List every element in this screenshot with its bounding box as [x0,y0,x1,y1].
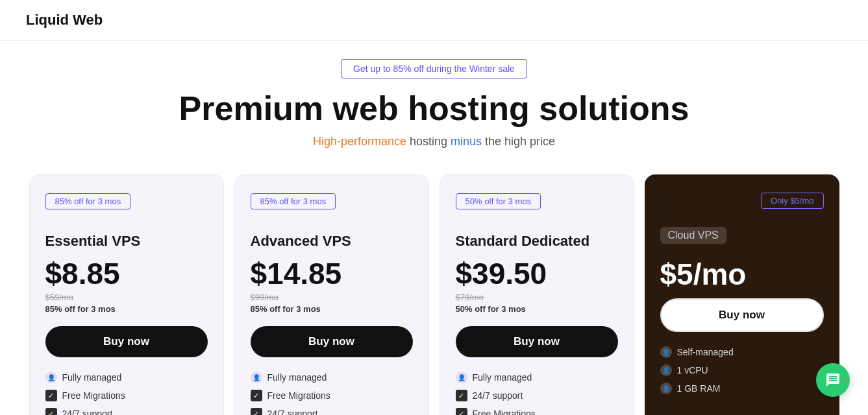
plan-name-advanced: Advanced VPS [251,233,413,250]
price-discount-standard: 50% off for 3 mos [456,304,526,314]
features-essential: 👤 Fully managed ✓ Free Migrations ✓ 24/7… [45,372,208,415]
check-icon: ✓ [251,390,262,401]
feature-text: Fully managed [473,372,532,383]
price-original-advanced: $99/mo [251,292,279,302]
price-cloud: $5/mo [660,259,824,289]
cards-container: 85% off for 3 mos Essential VPS $8.85 $5… [0,161,868,415]
price-original-essential: $59/mo [45,292,73,302]
check-icon: ✓ [45,390,57,401]
price-meta-advanced: $99/mo 85% off for 3 mos [251,291,413,314]
feature-item-dark: 👤 1 vCPU [660,364,824,376]
subtitle-highlight-orange: High-performance [313,135,406,148]
feature-text: Free Migrations [473,409,536,415]
check-icon: ✓ [45,408,57,415]
features-advanced: 👤 Fully managed ✓ Free Migrations ✓ 24/7… [251,372,413,415]
chat-button[interactable] [816,363,850,397]
buy-button-cloud[interactable]: Buy now [660,298,824,332]
subtitle-text-4: the high price [482,135,555,148]
feature-text: 24/7 support [62,409,113,415]
feature-text: 1 vCPU [677,365,708,375]
price-essential: $8.85 [45,259,208,289]
header: Liquid Web [0,0,868,41]
feature-item: ✓ Free Migrations [251,390,413,401]
dark-card-header: Only $5/mo [660,193,824,219]
subtitle-text-2: hosting [406,135,451,148]
check-icon: ✓ [456,390,467,401]
user-icon-dark: 👤 [660,346,672,358]
chat-icon [825,372,841,388]
feature-text: 24/7 support [473,390,523,401]
check-icon: ✓ [251,408,262,415]
feature-text: Free Migrations [267,390,330,401]
check-icon: ✓ [456,408,467,415]
feature-item-dark: 👤 1 GB RAM [660,383,824,394]
feature-text: Fully managed [62,372,122,383]
hero-section: Get up to 85% off during the Winter sale… [0,41,868,161]
plan-name-essential: Essential VPS [45,233,208,250]
feature-text: Self-managed [677,347,734,357]
price-meta-essential: $59/mo 85% off for 3 mos [45,291,208,314]
card-cloud-vps: Only $5/mo Cloud VPS $5/mo Buy now 👤 Sel… [645,174,839,415]
feature-text: 1 GB RAM [677,383,721,394]
feature-item: ✓ Free Migrations [45,390,208,401]
feature-text: Fully managed [267,372,327,383]
user-icon: 👤 [456,372,467,383]
feature-item: 👤 Fully managed [45,372,208,383]
discount-badge-cloud: Only $5/mo [761,193,823,209]
discount-badge-advanced: 85% off for 3 mos [251,193,336,209]
features-standard: 👤 Fully managed ✓ 24/7 support ✓ Free Mi… [456,372,618,415]
buy-button-standard[interactable]: Buy now [456,326,618,357]
price-advanced: $14.85 [251,259,413,289]
buy-button-advanced[interactable]: Buy now [251,326,413,357]
feature-text: 24/7 support [267,409,318,415]
feature-item: ✓ 24/7 support [251,408,413,415]
user-icon: 👤 [45,372,57,383]
feature-item: ✓ 24/7 support [45,408,208,415]
feature-item: ✓ 24/7 support [456,390,618,401]
plan-name-standard: Standard Dedicated [456,233,618,250]
discount-badge-standard: 50% off for 3 mos [456,193,541,209]
price-discount-essential: 85% off for 3 mos [45,304,116,314]
buy-button-essential[interactable]: Buy now [45,326,208,357]
user-icon-dark: 👤 [660,364,672,376]
discount-badge-essential: 85% off for 3 mos [45,193,131,209]
hero-title: Premium web hosting solutions [13,90,855,127]
user-icon-dark: 👤 [660,383,672,394]
user-icon: 👤 [251,372,262,383]
plan-name-cloud: Cloud VPS [660,227,726,244]
price-meta-standard: $79/mo 50% off for 3 mos [456,291,618,314]
card-essential-vps: 85% off for 3 mos Essential VPS $8.85 $5… [29,174,224,415]
features-cloud: 👤 Self-managed 👤 1 vCPU 👤 1 GB RAM [660,346,824,394]
feature-item: ✓ Free Migrations [456,408,618,415]
feature-item-dark: 👤 Self-managed [660,346,824,358]
price-standard: $39.50 [456,259,618,289]
price-discount-advanced: 85% off for 3 mos [251,304,321,314]
feature-item: 👤 Fully managed [251,372,413,383]
hero-subtitle: High-performance hosting minus the high … [13,135,855,148]
feature-item: 👤 Fully managed [456,372,618,383]
subtitle-highlight-blue: minus [451,135,482,148]
price-original-standard: $79/mo [456,292,484,302]
card-standard-dedicated: 50% off for 3 mos Standard Dedicated $39… [440,174,634,415]
logo: Liquid Web [26,12,103,28]
feature-text: Free Migrations [62,390,125,401]
promo-badge[interactable]: Get up to 85% off during the Winter sale [341,59,527,78]
card-advanced-vps: 85% off for 3 mos Advanced VPS $14.85 $9… [234,174,429,415]
